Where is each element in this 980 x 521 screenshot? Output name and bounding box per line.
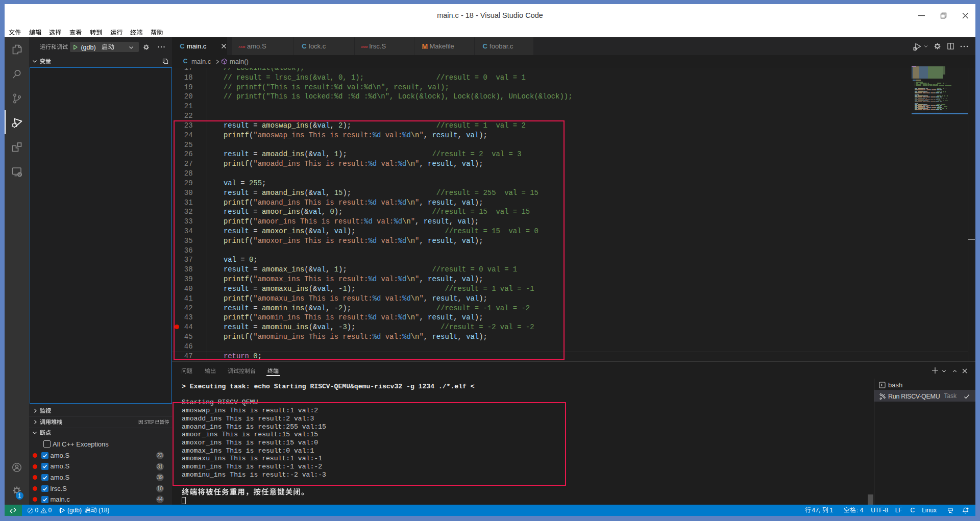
- svg-text:ASM: ASM: [361, 45, 368, 48]
- svg-text:ASM: ASM: [238, 45, 245, 48]
